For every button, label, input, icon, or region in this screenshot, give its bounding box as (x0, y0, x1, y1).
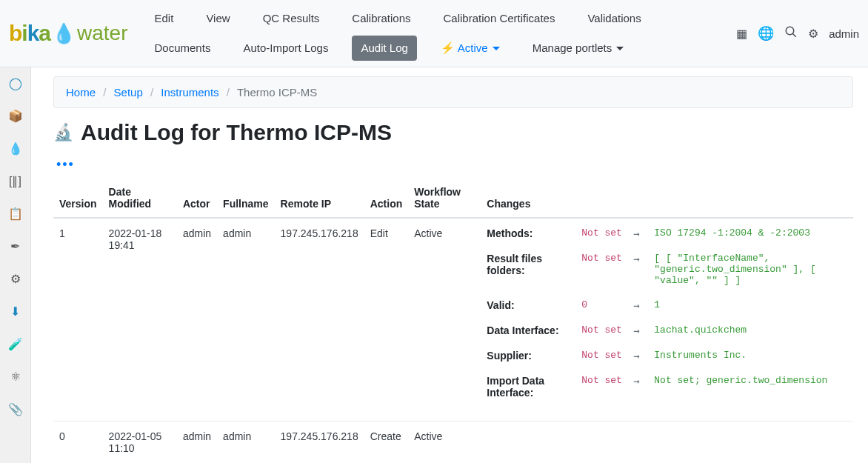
topbar: bika 💧 water Edit View QC Results Calibr… (0, 0, 868, 67)
cell-version: 1 (53, 218, 103, 422)
cell-action: Edit (364, 218, 409, 422)
change-old: Not set (581, 227, 626, 239)
user-menu[interactable]: admin (829, 27, 859, 40)
sidebar-flask-icon[interactable]: 🧪 (7, 336, 24, 352)
sidebar-box-icon[interactable]: 📦 (7, 107, 24, 124)
arrow-icon: → (633, 324, 647, 336)
sidebar-dashboard-icon[interactable]: ◯ (7, 75, 24, 91)
manage-portlets-dropdown[interactable]: Manage portlets (524, 36, 633, 61)
table-row: 02022-01-05 11:10adminadmin197.245.176.2… (53, 422, 853, 464)
tab-documents[interactable]: Documents (146, 36, 220, 61)
sidebar-pipette-icon[interactable]: ✒ (7, 238, 24, 254)
breadcrumb-sep: / (146, 86, 158, 99)
change-row: Valid:0→1 (487, 299, 847, 311)
cell-date: 2022-01-18 19:41 (103, 218, 177, 422)
water-drop-icon: 💧 (52, 22, 76, 45)
change-label: Result files folders: (487, 253, 574, 276)
bolt-icon: ⚡ (441, 41, 455, 54)
more-actions-icon[interactable]: ••• (53, 156, 78, 173)
microscope-icon: 🔬 (53, 123, 73, 142)
page-title: 🔬 Audit Log for Thermo ICP-MS (53, 120, 853, 145)
globe-icon[interactable]: 🌐 (758, 25, 774, 41)
change-new: [ [ "InterfaceName", "generic.two_dimens… (654, 253, 847, 286)
arrow-icon: → (633, 253, 647, 264)
sidebar-clipboard-icon[interactable]: 📋 (7, 205, 24, 221)
sidebar-atoms-icon[interactable]: ⚛ (7, 368, 24, 384)
search-icon[interactable] (784, 25, 798, 41)
cell-actor: admin (177, 218, 217, 422)
cell-actor: admin (177, 422, 217, 464)
tab-validations[interactable]: Validations (578, 6, 650, 31)
breadcrumb-current: Thermo ICP-MS (237, 86, 317, 99)
cell-changes (481, 422, 853, 464)
cell-changes: Methods:Not set→ISO 17294 -1:2004 & -2:2… (481, 218, 853, 422)
sidebar-clip-icon[interactable]: 📎 (7, 401, 24, 417)
cell-fullname: admin (217, 218, 274, 422)
breadcrumb-setup[interactable]: Setup (114, 86, 143, 99)
main-content: Home / Setup / Instruments / Thermo ICP-… (31, 67, 868, 463)
col-action: Action (364, 179, 409, 218)
breadcrumb-home[interactable]: Home (66, 86, 96, 99)
change-label: Data Interface: (487, 324, 574, 336)
svg-point-0 (786, 27, 794, 35)
logo[interactable]: bika 💧 water (6, 18, 131, 49)
col-ip: Remote IP (275, 179, 364, 218)
sidebar-network-icon[interactable]: ⬇ (7, 303, 24, 319)
main-nav: Edit View QC Results Calibrations Calibr… (146, 0, 737, 67)
tab-calibration-certificates[interactable]: Calibration Certificates (435, 6, 564, 31)
sidebar-barcode-icon[interactable]: [∥] (7, 173, 24, 189)
tab-edit[interactable]: Edit (146, 6, 183, 31)
state-active-dropdown[interactable]: ⚡Active (432, 36, 509, 61)
breadcrumb-sep: / (99, 86, 110, 99)
change-new: 1 (654, 299, 847, 310)
breadcrumb: Home / Setup / Instruments / Thermo ICP-… (53, 76, 853, 108)
logo-b: b (9, 21, 21, 45)
cell-version: 0 (53, 422, 103, 464)
table-row: 12022-01-18 19:41adminadmin197.245.176.2… (53, 218, 853, 422)
cell-fullname: admin (217, 422, 274, 464)
col-fullname: Fullname (217, 179, 274, 218)
change-label: Methods: (487, 227, 574, 239)
logo-a: a (39, 21, 50, 45)
sidebar: ◯ 📦 💧 [∥] 📋 ✒ ⚙ ⬇ 🧪 ⚛ 📎 (0, 67, 31, 463)
gear-icon[interactable]: ⚙ (808, 27, 818, 41)
change-row: Import Data Interface:Not set→Not set; g… (487, 375, 847, 399)
tab-calibrations[interactable]: Calibrations (343, 6, 419, 31)
breadcrumb-instruments[interactable]: Instruments (161, 86, 218, 99)
svg-line-1 (792, 33, 796, 37)
change-old: 0 (581, 299, 626, 310)
tab-audit-log[interactable]: Audit Log (352, 36, 416, 61)
cell-state: Active (408, 218, 481, 422)
grid-icon[interactable]: ▦ (736, 27, 747, 41)
page-title-text: Audit Log for Thermo ICP-MS (81, 120, 392, 145)
arrow-icon: → (633, 299, 647, 311)
state-active-label: Active (458, 41, 488, 54)
change-label: Import Data Interface: (487, 375, 574, 399)
logo-water: water (77, 21, 127, 45)
cell-ip: 197.245.176.218 (275, 218, 364, 422)
col-actor: Actor (177, 179, 217, 218)
sidebar-gear-icon[interactable]: ⚙ (7, 270, 24, 287)
arrow-icon: → (633, 375, 647, 387)
change-row: Methods:Not set→ISO 17294 -1:2004 & -2:2… (487, 227, 847, 239)
tab-view[interactable]: View (197, 6, 238, 31)
sidebar-drop-icon[interactable]: 💧 (7, 140, 24, 156)
breadcrumb-sep: / (222, 86, 234, 99)
tab-qc-results[interactable]: QC Results (254, 6, 329, 31)
arrow-icon: → (633, 350, 647, 362)
change-row: Supplier:Not set→Instruments Inc. (487, 350, 847, 362)
top-right-controls: ▦ 🌐 ⚙ admin (736, 25, 859, 41)
change-old: Not set (581, 350, 626, 361)
audit-table: Version Date Modified Actor Fullname Rem… (53, 179, 853, 463)
logo-k: k (27, 21, 39, 45)
logo-i: i (21, 21, 27, 45)
cell-ip: 197.245.176.218 (275, 422, 364, 464)
change-new: Instruments Inc. (654, 350, 847, 361)
change-old: Not set (581, 375, 626, 386)
cell-action: Create (364, 422, 409, 464)
tab-auto-import-logs[interactable]: Auto-Import Logs (234, 36, 337, 61)
change-row: Result files folders:Not set→[ [ "Interf… (487, 253, 847, 286)
col-state: Workflow State (408, 179, 481, 218)
col-version: Version (53, 179, 103, 218)
change-new: ISO 17294 -1:2004 & -2:2003 (654, 227, 847, 239)
